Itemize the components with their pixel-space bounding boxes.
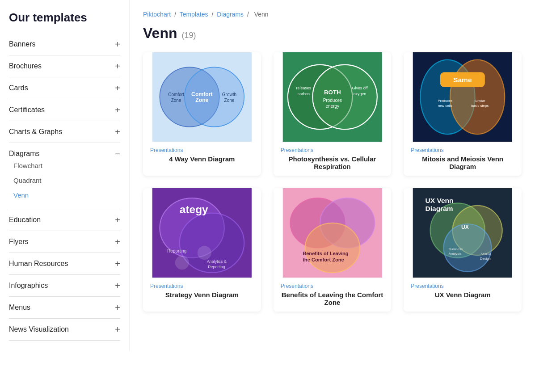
template-meta-t4: PresentationsStrategy Venn Diagram	[143, 278, 261, 304]
sidebar-item-expand-icon-news-visualization[interactable]: +	[115, 325, 120, 334]
svg-text:releases: releases	[296, 86, 311, 90]
sidebar-item-infographics[interactable]: Infographics+	[9, 275, 120, 297]
svg-text:UX Venn: UX Venn	[425, 197, 454, 204]
svg-text:carbon: carbon	[297, 92, 309, 96]
template-title-t4: Strategy Venn Diagram	[150, 291, 254, 299]
svg-text:Analysis: Analysis	[449, 252, 462, 256]
template-title-t5: Benefits of Leaving the Comfort Zone	[281, 291, 384, 306]
svg-text:Gives off: Gives off	[352, 86, 367, 90]
breadcrumb-piktochart[interactable]: Piktochart	[143, 11, 171, 18]
sidebar-item-label-infographics: Infographics	[9, 282, 48, 290]
template-category-t5: Presentations	[281, 283, 384, 289]
template-card-t1[interactable]: Comfort Zone Comfort Zone Growth Zone Pr…	[143, 52, 261, 176]
sidebar-heading: Our templates	[9, 11, 120, 25]
svg-text:energy: energy	[325, 104, 339, 109]
template-count: (19)	[181, 31, 196, 40]
sidebar-item-education[interactable]: Education+	[9, 209, 120, 231]
svg-text:Zone: Zone	[195, 97, 208, 103]
sidebar-item-expand-icon-diagrams[interactable]: −	[115, 149, 120, 158]
sidebar-item-menus[interactable]: Menus+	[9, 297, 120, 319]
sidebar-item-charts-graphs[interactable]: Charts & Graphs+	[9, 121, 120, 143]
breadcrumb-diagrams[interactable]: Diagrams	[217, 11, 244, 18]
svg-text:Growth: Growth	[222, 92, 236, 97]
template-title-t6: UX Venn Diagram	[411, 291, 514, 299]
sidebar-item-expand-icon-flyers[interactable]: +	[115, 237, 120, 246]
template-card-t5[interactable]: Benefits of Leaving the Comfort Zone Pre…	[274, 188, 392, 312]
svg-text:Reporting: Reporting	[167, 249, 186, 253]
sidebar-item-label-brochures: Brochures	[9, 62, 42, 70]
sidebar-item-news-visualization[interactable]: News Visualization+	[9, 319, 120, 341]
sidebar-item-label-diagrams: Diagrams	[9, 150, 39, 158]
sidebar-item-label-news-visualization: News Visualization	[9, 325, 69, 333]
svg-text:ategy: ategy	[180, 203, 208, 215]
svg-text:Design: Design	[480, 257, 491, 261]
svg-text:Diagram: Diagram	[425, 205, 453, 212]
svg-text:Visual: Visual	[481, 252, 491, 256]
template-meta-t3: PresentationsMitosis and Meiosis Venn Di…	[404, 142, 522, 176]
svg-text:Same: Same	[453, 76, 472, 84]
svg-text:new cells: new cells	[438, 104, 452, 108]
sidebar-item-expand-icon-banners[interactable]: +	[115, 40, 120, 49]
sidebar-item-cards[interactable]: Cards+	[9, 77, 120, 99]
sidebar-item-brochures[interactable]: Brochures+	[9, 55, 120, 77]
sidebar-subitem-quadrant[interactable]: Quadrant	[13, 173, 120, 188]
sidebar-item-expand-icon-cards[interactable]: +	[115, 84, 120, 93]
template-meta-t1: Presentations4 Way Venn Diagram	[143, 142, 261, 168]
svg-text:Comfort: Comfort	[191, 91, 213, 97]
sidebar-item-expand-icon-brochures[interactable]: +	[115, 62, 120, 71]
template-card-t2[interactable]: BOTH Produces energy releases carbon Giv…	[274, 52, 392, 176]
svg-point-40	[305, 223, 359, 273]
sidebar-subitem-venn[interactable]: Venn	[13, 188, 120, 202]
svg-text:Zone: Zone	[171, 98, 181, 103]
breadcrumb-venn: Venn	[254, 11, 269, 18]
sidebar-item-expand-icon-human-resources[interactable]: +	[115, 259, 120, 268]
template-image-t5: Benefits of Leaving the Comfort Zone	[274, 188, 392, 278]
template-image-t2: BOTH Produces energy releases carbon Giv…	[274, 52, 392, 142]
template-grid: Comfort Zone Comfort Zone Growth Zone Pr…	[143, 52, 522, 312]
sidebar-item-diagrams[interactable]: Diagrams−FlowchartQuadrantVenn	[9, 143, 120, 209]
svg-text:BOTH: BOTH	[324, 89, 341, 96]
template-category-t6: Presentations	[411, 283, 514, 289]
sidebar-item-certificates[interactable]: Certificates+	[9, 99, 120, 121]
sidebar-subitems-diagrams: FlowchartQuadrantVenn	[9, 158, 120, 202]
sidebar-item-label-education: Education	[9, 216, 41, 224]
svg-text:Zone: Zone	[224, 98, 235, 103]
sidebar-item-label-menus: Menus	[9, 303, 30, 312]
template-image-t6: UX Venn Diagram UX Business Analysis Vis…	[404, 188, 522, 278]
sidebar-items-container: Banners+Brochures+Cards+Certificates+Cha…	[9, 34, 120, 341]
template-category-t4: Presentations	[150, 283, 254, 289]
sidebar-item-label-human-resources: Human Resources	[9, 260, 68, 268]
svg-text:Business: Business	[449, 247, 463, 251]
svg-text:Comfort: Comfort	[168, 92, 184, 97]
sidebar: Our templates Banners+Brochures+Cards+Ce…	[0, 0, 130, 351]
breadcrumb: Piktochart / Templates / Diagrams / Venn	[143, 11, 522, 18]
svg-text:UX: UX	[461, 224, 469, 230]
sidebar-item-banners[interactable]: Banners+	[9, 34, 120, 55]
breadcrumb-templates[interactable]: Templates	[180, 11, 208, 18]
template-title-t2: Photosynthesis vs. Cellular Respiration	[281, 155, 384, 170]
sidebar-subitem-flowchart[interactable]: Flowchart	[13, 158, 120, 173]
sidebar-item-label-charts-graphs: Charts & Graphs	[9, 128, 62, 136]
svg-text:the Comfort Zone: the Comfort Zone	[303, 257, 344, 262]
template-image-t4: ategy Reporting Analytics & Reporting	[143, 188, 261, 278]
sidebar-item-expand-icon-charts-graphs[interactable]: +	[115, 127, 120, 136]
sidebar-item-flyers[interactable]: Flyers+	[9, 231, 120, 253]
sidebar-item-label-banners: Banners	[9, 40, 36, 48]
page-title-container: Venn (19)	[143, 25, 522, 42]
template-card-t6[interactable]: UX Venn Diagram UX Business Analysis Vis…	[404, 188, 522, 312]
svg-text:basic steps: basic steps	[472, 104, 489, 108]
sidebar-item-label-certificates: Certificates	[9, 106, 45, 114]
sidebar-item-expand-icon-menus[interactable]: +	[115, 303, 120, 312]
sidebar-item-expand-icon-certificates[interactable]: +	[115, 105, 120, 114]
template-card-t4[interactable]: ategy Reporting Analytics & Reporting Pr…	[143, 188, 261, 312]
template-category-t2: Presentations	[281, 147, 384, 153]
sidebar-item-human-resources[interactable]: Human Resources+	[9, 253, 120, 275]
svg-text:Produces: Produces	[323, 98, 341, 103]
template-title-t1: 4 Way Venn Diagram	[150, 155, 254, 163]
template-card-t3[interactable]: Same Produces new cells Similar basic st…	[404, 52, 522, 176]
svg-text:Reporting: Reporting	[208, 265, 225, 269]
sidebar-item-expand-icon-education[interactable]: +	[115, 215, 120, 224]
svg-point-36	[198, 246, 211, 260]
svg-point-35	[175, 256, 189, 270]
sidebar-item-expand-icon-infographics[interactable]: +	[115, 281, 120, 290]
